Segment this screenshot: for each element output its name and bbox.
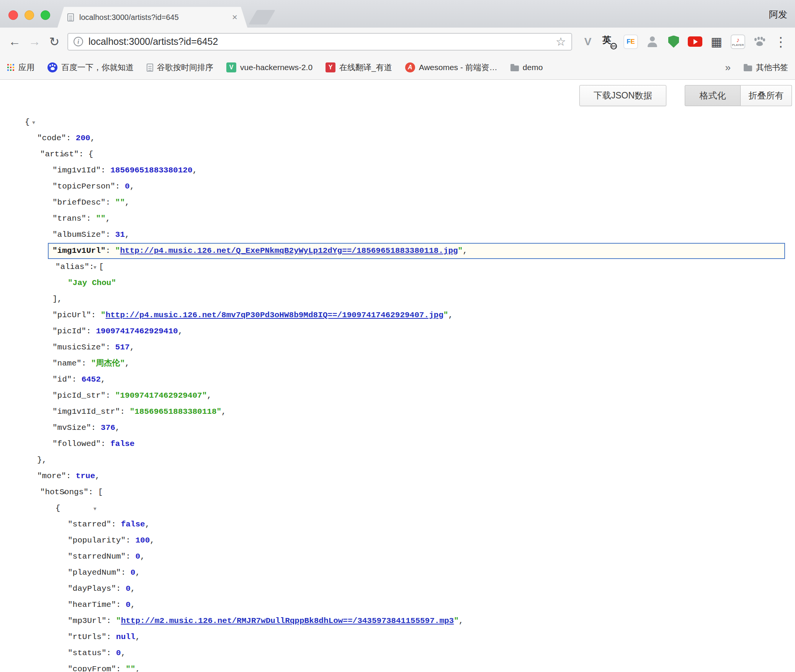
json-line: "playedNum": 0, bbox=[0, 565, 795, 581]
json-token: "topicPerson" bbox=[52, 182, 115, 191]
browser-tab[interactable]: localhost:3000/artists?id=645 × bbox=[57, 7, 247, 28]
bookmark-awesomes[interactable]: A Awesomes - 前端资… bbox=[405, 62, 497, 73]
tab-close-icon[interactable]: × bbox=[232, 13, 237, 22]
json-token: : bbox=[82, 359, 91, 368]
qrcode-extension-icon[interactable]: ▦ bbox=[707, 32, 726, 51]
bookmark-baidu[interactable]: 百度一下，你就知道 bbox=[47, 62, 134, 73]
translate-extension-icon[interactable]: 英 en bbox=[600, 32, 619, 51]
youtube-extension-icon[interactable] bbox=[685, 32, 705, 51]
bookmark-vue-hackernews[interactable]: V vue-hackernews-2.0 bbox=[226, 62, 312, 72]
collapse-caret-icon[interactable]: ▼ bbox=[93, 506, 97, 512]
json-token: "id" bbox=[52, 375, 72, 384]
json-token: : bbox=[106, 649, 116, 657]
chrome-menu-icon[interactable]: ⋮ bbox=[771, 32, 790, 51]
json-token: "starred" bbox=[68, 520, 111, 529]
collapse-all-button[interactable]: 折叠所有 bbox=[741, 85, 792, 106]
json-line: "albumSize": 31, bbox=[0, 227, 795, 243]
json-token: "musicSize" bbox=[52, 343, 106, 352]
json-line: "starred": false, bbox=[0, 516, 795, 533]
json-token: "artist" bbox=[40, 150, 79, 159]
folder-icon bbox=[744, 66, 752, 71]
json-url-link[interactable]: http://p4.music.126.net/8mv7qP30Pd3oHW8b… bbox=[106, 311, 443, 320]
close-window-button[interactable] bbox=[8, 10, 18, 20]
forward-icon: → bbox=[25, 32, 44, 52]
json-line: "starredNum": 0, bbox=[0, 549, 795, 565]
adblock-shield-icon[interactable] bbox=[664, 32, 683, 51]
collapse-caret-icon[interactable]: ▼ bbox=[32, 120, 35, 126]
json-line-selected: "img1v1Url": "http://p4.music.126.net/Q_… bbox=[0, 243, 795, 259]
json-token: : bbox=[106, 633, 116, 641]
json-line: "img1v1Id_str": "18569651883380118", bbox=[0, 404, 795, 420]
json-token: , bbox=[145, 520, 150, 529]
json-token: 6452 bbox=[82, 375, 101, 384]
json-token: 19097417462929410 bbox=[96, 327, 178, 336]
json-token: : bbox=[106, 246, 115, 255]
json-token: , bbox=[121, 649, 126, 657]
address-bar[interactable]: i localhost:3000/artists?id=6452 ☆ bbox=[67, 33, 572, 51]
json-token: , bbox=[90, 134, 95, 143]
json-token: : bbox=[106, 391, 115, 400]
bookmark-apps[interactable]: 应用 bbox=[7, 62, 34, 73]
profile-name[interactable]: 阿发 bbox=[769, 8, 787, 21]
bookmark-star-icon[interactable]: ☆ bbox=[556, 35, 566, 48]
json-line: "picUrl": "http://p4.music.126.net/8mv7q… bbox=[0, 307, 795, 323]
json-line: "copyFrom": "", bbox=[0, 661, 795, 672]
json-token: { bbox=[25, 118, 30, 126]
apps-grid-icon bbox=[7, 64, 15, 71]
bookmark-youdao-translate[interactable]: Y 在线翻译_有道 bbox=[326, 62, 392, 73]
json-token: "img1v1Url" bbox=[52, 246, 106, 255]
navigation-bar: ← → ↻ i localhost:3000/artists?id=6452 ☆… bbox=[0, 28, 795, 56]
json-token: "code" bbox=[37, 134, 66, 143]
json-token: null bbox=[116, 633, 135, 641]
back-icon[interactable]: ← bbox=[5, 32, 25, 52]
json-token: : bbox=[101, 439, 110, 448]
player-extension-icon[interactable]: ♪ PLAYER bbox=[728, 32, 748, 51]
json-url-link[interactable]: http://m2.music.126.net/RMJR7wDullRqppBk… bbox=[121, 616, 454, 625]
json-token: 31 bbox=[115, 230, 125, 239]
json-url-link[interactable]: http://p4.music.126.net/Q_ExePNkmqB2yWyL… bbox=[120, 246, 458, 255]
other-bookmarks[interactable]: 其他书签 bbox=[744, 62, 788, 73]
json-token: " bbox=[116, 616, 121, 625]
fehelper-extension-icon[interactable]: FE bbox=[621, 32, 640, 51]
reload-icon[interactable]: ↻ bbox=[44, 32, 64, 52]
paw-extension-icon[interactable] bbox=[750, 32, 769, 51]
json-line: ▼"hotSongs": [ bbox=[0, 484, 795, 500]
json-token: false bbox=[121, 520, 145, 529]
download-json-button[interactable]: 下载JSON数据 bbox=[579, 85, 666, 106]
bookmarks-overflow-chevron[interactable]: » bbox=[725, 62, 731, 74]
bookmark-google-sort[interactable]: 谷歌按时间排序 bbox=[147, 62, 213, 73]
json-token: : bbox=[126, 552, 135, 561]
json-token: , bbox=[135, 665, 140, 672]
json-token: : bbox=[116, 665, 126, 672]
json-token: "mvSize" bbox=[52, 423, 91, 432]
json-line: "id": 6452, bbox=[0, 372, 795, 388]
json-token: , bbox=[150, 536, 155, 545]
page-icon bbox=[147, 64, 153, 72]
json-token: "18569651883380118" bbox=[130, 407, 221, 416]
json-token: "" bbox=[115, 198, 125, 207]
json-token: 0 bbox=[116, 649, 121, 657]
json-token: "alias" bbox=[56, 262, 89, 271]
bookmark-demo-folder[interactable]: demo bbox=[510, 63, 543, 72]
format-button[interactable]: 格式化 bbox=[685, 85, 741, 106]
json-token: "name" bbox=[52, 359, 82, 368]
json-token: , bbox=[106, 214, 111, 223]
new-tab-button[interactable] bbox=[249, 10, 275, 25]
json-token: , bbox=[130, 343, 135, 352]
browser-window: localhost:3000/artists?id=645 × 阿发 ← → ↻… bbox=[0, 0, 795, 672]
site-info-icon[interactable]: i bbox=[74, 37, 83, 46]
minimize-window-button[interactable] bbox=[25, 10, 34, 20]
json-token: : bbox=[106, 616, 116, 625]
v-extension-icon[interactable]: V bbox=[578, 32, 597, 51]
json-token: "status" bbox=[68, 649, 106, 657]
url-text[interactable]: localhost:3000/artists?id=6452 bbox=[88, 36, 556, 47]
json-token: : bbox=[66, 472, 76, 480]
json-token: { bbox=[56, 504, 61, 513]
json-token: " bbox=[458, 246, 463, 255]
json-token: : bbox=[106, 198, 115, 207]
json-token: 517 bbox=[115, 343, 130, 352]
json-line: "musicSize": 517, bbox=[0, 339, 795, 356]
fullscreen-window-button[interactable] bbox=[41, 10, 50, 20]
json-line: ▼"alias": [ bbox=[0, 259, 795, 275]
profile-person-icon[interactable] bbox=[643, 32, 662, 51]
